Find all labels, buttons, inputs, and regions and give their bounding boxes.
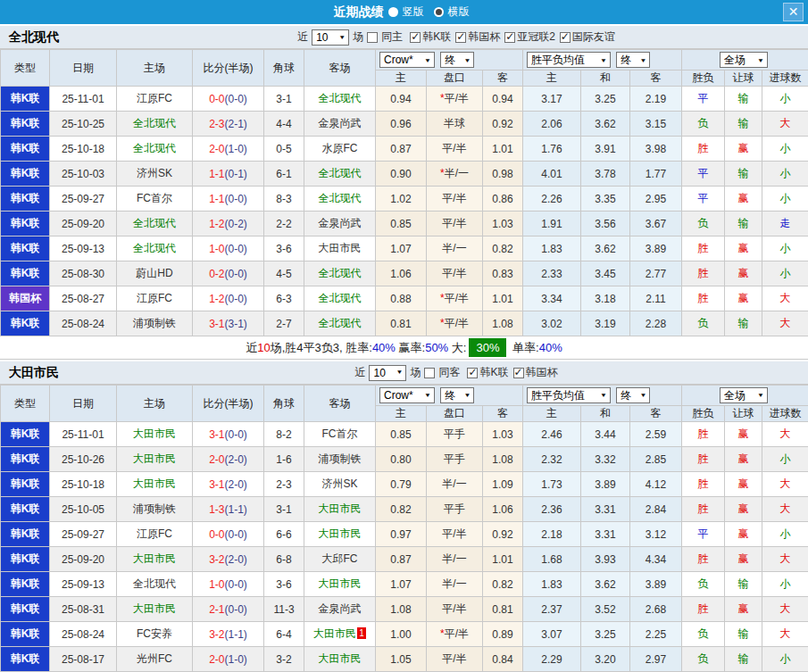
league-checkbox[interactable]	[504, 32, 515, 43]
bookmaker-select[interactable]: Crow* ▼	[379, 52, 435, 68]
horizontal-layout-label[interactable]: 横版	[448, 4, 470, 20]
avg-away-odds: 2.95	[630, 187, 682, 212]
match-row: 韩K联25-08-17光州FC2-0(1-0)3-2大田市民1.05平/半0.8…	[1, 647, 808, 672]
chevron-down-icon: ▼	[600, 392, 607, 398]
match-row: 韩K联25-10-18全北现代2-0(1-0)0-5水原FC0.87平/半1.0…	[1, 137, 808, 162]
handicap-line: 半/一	[427, 472, 483, 497]
handicap-away-odds: 0.89	[483, 622, 523, 647]
result-handicap: 赢	[725, 497, 762, 522]
avg-draw-odds: 3.32	[581, 447, 630, 472]
match-date: 25-10-18	[50, 137, 117, 162]
fulltime-score: 0-0	[209, 528, 224, 541]
home-team-cell: 全北现代	[117, 112, 193, 137]
games-count-select[interactable]: 10 ▼	[369, 365, 406, 381]
sections-container: 全北现代 近 10 ▼ 场 同主 韩K联韩国杯亚冠联2国际友谊	[0, 24, 808, 672]
chevron-down-icon: ▼	[639, 56, 646, 62]
score-cell: 2-1(0-0)	[193, 597, 264, 622]
handicap-home-odds: 0.96	[376, 112, 427, 137]
result-goals-text: 小	[780, 142, 791, 154]
home-team: 大田市民	[133, 477, 176, 490]
same-venue-checkbox[interactable]	[367, 32, 378, 43]
result-wdl-text: 平	[698, 92, 709, 104]
avg-home-odds: 3.07	[523, 622, 581, 647]
avg-home-odds: 2.26	[523, 187, 581, 212]
handicap-line: 半/一	[427, 236, 483, 261]
handicap-line: 平/半	[427, 187, 483, 212]
handicap-final-select[interactable]: 终 ▼	[440, 387, 474, 403]
col-header-type: 类型	[1, 50, 50, 87]
score-cell: 1-1(0-0)	[193, 187, 264, 212]
result-handicap-text: 输	[738, 652, 749, 665]
handicap-line: *平/半	[427, 622, 483, 647]
result-wdl: 平	[682, 162, 725, 187]
result-goals: 小	[762, 236, 808, 261]
away-team-cell: 大邱FC	[304, 547, 376, 572]
games-count-value: 10	[373, 367, 385, 379]
bookmaker-select-value: Crow*	[384, 389, 413, 402]
corner-score: 1-6	[264, 447, 304, 472]
away-team-cell: 全北现代	[304, 87, 376, 112]
close-button[interactable]: ✕	[783, 3, 804, 21]
handicap-group-header: Crow* ▼ 终 ▼	[376, 50, 523, 71]
home-team: 全北现代	[133, 242, 176, 254]
result-goals: 大	[762, 112, 808, 137]
avg-home-odds: 2.32	[523, 447, 581, 472]
subcol-result-handicap: 让球	[725, 406, 762, 422]
league-checkbox[interactable]	[467, 368, 478, 378]
away-team-cell: 金泉尚武	[304, 112, 376, 137]
league-checkbox[interactable]	[560, 32, 571, 43]
avg-final-select[interactable]: 终 ▼	[616, 52, 650, 68]
games-count-select[interactable]: 10 ▼	[312, 29, 349, 46]
summary-part: 30%	[469, 338, 506, 357]
result-goals-text: 大	[780, 317, 791, 329]
avg-final-select[interactable]: 终 ▼	[616, 387, 650, 403]
handicap-line: *平/半	[427, 311, 483, 336]
same-venue-checkbox[interactable]	[424, 368, 435, 378]
avg-draw-odds: 3.62	[581, 572, 630, 597]
league-checkbox[interactable]	[455, 32, 466, 43]
match-date: 25-09-20	[50, 547, 117, 572]
league-checkbox[interactable]	[410, 32, 421, 43]
score-cell: 0-0(0-0)	[193, 522, 264, 547]
result-goals-text: 大	[780, 117, 791, 129]
home-team-cell: 大田市民	[117, 447, 193, 472]
bookmaker-select[interactable]: Crow* ▼	[379, 387, 435, 403]
away-team-cell: 全北现代	[304, 311, 376, 336]
avg-draw-odds: 3.20	[581, 647, 630, 672]
match-row: 韩K联25-09-20大田市民3-2(2-0)6-8大邱FC0.87半/一1.0…	[1, 547, 808, 572]
fulltime-score: 1-2	[209, 293, 224, 305]
match-date: 25-09-27	[50, 187, 117, 212]
fulltime-score: 3-1	[209, 428, 224, 441]
result-wdl: 胜	[682, 547, 725, 572]
result-goals: 小	[762, 522, 808, 547]
col-header-corner: 角球	[264, 50, 304, 87]
score-cell: 2-0(2-0)	[193, 447, 264, 472]
result-goals: 走	[762, 212, 808, 236]
period-select[interactable]: 全场 ▼	[720, 52, 768, 68]
result-wdl: 胜	[682, 422, 725, 447]
home-team-cell: 济州SK	[117, 162, 193, 187]
avg-type-select[interactable]: 胜平负均值 ▼	[527, 387, 611, 403]
handicap-final-value: 终	[445, 53, 455, 68]
result-wdl-text: 胜	[698, 267, 709, 279]
score-cell: 2-3(2-1)	[193, 112, 264, 137]
avg-away-odds: 3.67	[630, 212, 682, 236]
avg-type-select[interactable]: 胜平负均值 ▼	[527, 52, 611, 68]
result-goals-text: 小	[780, 267, 791, 279]
handicap-final-select[interactable]: 终 ▼	[440, 52, 474, 68]
vertical-layout-label[interactable]: 竖版	[403, 4, 424, 20]
team-name: 全北现代	[9, 29, 59, 46]
subcol-avg-draw: 和	[581, 406, 630, 422]
league-type-badge: 韩K联	[1, 87, 50, 112]
period-select[interactable]: 全场 ▼	[720, 387, 768, 403]
match-row: 韩K联25-09-13全北现代1-0(0-0)3-6大田市民1.07半/一0.8…	[1, 236, 808, 261]
horizontal-layout-radio[interactable]	[434, 7, 444, 17]
score-cell: 1-3(1-1)	[193, 497, 264, 522]
avg-away-odds: 3.15	[630, 112, 682, 137]
away-team: 济州SK	[321, 477, 357, 490]
league-checkbox[interactable]	[513, 368, 524, 378]
score-cell: 3-1(0-0)	[193, 422, 264, 447]
handicap-home-odds: 0.94	[376, 87, 427, 112]
result-wdl-text: 胜	[698, 452, 709, 465]
vertical-layout-radio[interactable]	[388, 7, 398, 17]
